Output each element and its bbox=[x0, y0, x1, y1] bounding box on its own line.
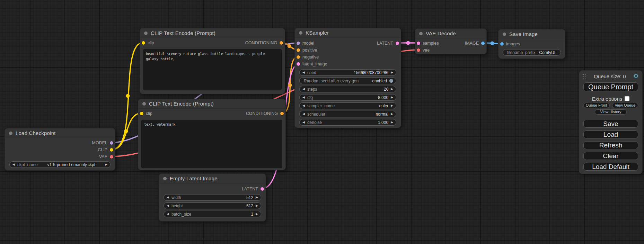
input-slot-latent-image[interactable] bbox=[297, 62, 300, 66]
increment-arrow-icon[interactable]: ▶ bbox=[256, 204, 258, 207]
slot-row: vae bbox=[415, 47, 486, 54]
view-history-button[interactable]: View History bbox=[595, 109, 627, 115]
collapse-toggle[interactable] bbox=[142, 102, 146, 106]
node-header[interactable]: VAE Decode bbox=[415, 29, 486, 38]
slot-row: MODEL bbox=[5, 139, 115, 146]
decrement-arrow-icon[interactable]: ◀ bbox=[167, 213, 169, 216]
decrement-arrow-icon[interactable]: ◀ bbox=[167, 196, 169, 199]
node-header[interactable]: KSampler bbox=[295, 28, 401, 38]
menu-drag-handle-icon[interactable] bbox=[583, 73, 586, 79]
menu-panel: Queue size: 0 ⚙ Queue Prompt Extra optio… bbox=[579, 70, 643, 174]
load-default-button[interactable]: Load Default bbox=[583, 163, 638, 171]
widget-filename-prefix[interactable]: filename_prefix ComfyUI bbox=[503, 49, 561, 56]
widget-width[interactable]: ◀ width 512 ▶ bbox=[164, 194, 261, 201]
prompt-textarea[interactable]: text, watermark bbox=[141, 120, 282, 168]
node-load-checkpoint[interactable]: Load Checkpoint MODEL CLIP VAE bbox=[5, 128, 115, 171]
slot-row: negative bbox=[295, 54, 401, 61]
input-slot-clip[interactable] bbox=[140, 112, 143, 115]
node-header[interactable]: Load Checkpoint bbox=[5, 128, 115, 138]
input-slot-images[interactable] bbox=[500, 42, 504, 46]
node-header[interactable]: CLIP Text Encode (Prompt) bbox=[140, 28, 285, 38]
history-row: View History bbox=[583, 109, 638, 115]
increment-arrow-icon[interactable]: ▶ bbox=[391, 104, 393, 107]
node-header[interactable]: Empty Latent Image bbox=[159, 174, 266, 183]
node-title: VAE Decode bbox=[426, 30, 456, 36]
input-slot-clip[interactable] bbox=[142, 41, 145, 45]
input-slot-vae[interactable] bbox=[417, 48, 420, 52]
widget-value: normal bbox=[376, 112, 388, 117]
queue-front-button[interactable]: Queue Front bbox=[583, 103, 610, 108]
widget-cfg[interactable]: ◀ cfg 8.000 ▶ bbox=[299, 94, 396, 101]
decrement-arrow-icon[interactable]: ◀ bbox=[167, 204, 169, 207]
output-label-conditioning: CONDITIONING bbox=[245, 40, 277, 45]
increment-arrow-icon[interactable]: ▶ bbox=[105, 163, 107, 166]
increment-arrow-icon[interactable]: ▶ bbox=[391, 121, 393, 124]
node-clip-text-encode-negative[interactable]: CLIP Text Encode (Prompt) clip CONDITION… bbox=[138, 99, 286, 170]
refresh-button[interactable]: Refresh bbox=[583, 141, 638, 149]
input-slot-model[interactable] bbox=[297, 42, 300, 45]
queue-prompt-button[interactable]: Queue Prompt bbox=[583, 82, 638, 91]
widget-value: euler bbox=[379, 103, 388, 108]
output-slot-latent[interactable] bbox=[261, 187, 264, 191]
output-label-vae: VAE bbox=[99, 154, 107, 159]
decrement-arrow-icon[interactable]: ◀ bbox=[302, 88, 305, 91]
output-slot-latent[interactable] bbox=[396, 42, 399, 45]
settings-gear-icon[interactable]: ⚙ bbox=[633, 73, 639, 79]
decrement-arrow-icon[interactable]: ◀ bbox=[302, 121, 305, 124]
clear-button[interactable]: Clear bbox=[583, 152, 638, 160]
node-ksampler[interactable]: KSampler model LATENT positive bbox=[294, 28, 401, 128]
widget-denoise[interactable]: ◀ denoise 1.000 ▶ bbox=[299, 119, 396, 126]
view-queue-button[interactable]: View Queue bbox=[612, 103, 638, 108]
load-button[interactable]: Load bbox=[583, 130, 638, 138]
input-slot-positive[interactable] bbox=[297, 48, 300, 52]
decrement-arrow-icon[interactable]: ◀ bbox=[302, 104, 305, 107]
decrement-arrow-icon[interactable]: ◀ bbox=[302, 112, 305, 116]
node-clip-text-encode-positive[interactable]: CLIP Text Encode (Prompt) clip CONDITION… bbox=[140, 28, 285, 94]
workflow-actions: Save Load Refresh Clear Load Default bbox=[583, 120, 638, 171]
node-header[interactable]: Save Image bbox=[499, 29, 565, 39]
widget-sampler-name[interactable]: ◀ sampler_name euler ▶ bbox=[299, 102, 396, 109]
extra-options-checkbox[interactable] bbox=[625, 96, 629, 101]
output-slot-model[interactable] bbox=[110, 141, 113, 145]
node-header[interactable]: CLIP Text Encode (Prompt) bbox=[138, 99, 285, 109]
widget-scheduler[interactable]: ◀ scheduler normal ▶ bbox=[299, 111, 396, 117]
collapse-toggle[interactable] bbox=[419, 32, 423, 35]
decrement-arrow-icon[interactable]: ◀ bbox=[302, 96, 305, 99]
prompt-textarea[interactable]: beautiful scenery nature glass bottle la… bbox=[143, 49, 282, 90]
widget-random-seed-toggle[interactable]: Random seed after every gen enabled bbox=[299, 78, 396, 84]
save-button[interactable]: Save bbox=[583, 120, 638, 128]
widget-batch-size[interactable]: ◀ batch_size 1 ▶ bbox=[164, 211, 261, 217]
output-slot-clip[interactable] bbox=[110, 148, 113, 152]
increment-arrow-icon[interactable]: ▶ bbox=[391, 96, 393, 99]
toggle-indicator[interactable] bbox=[389, 79, 393, 83]
output-slot-conditioning[interactable] bbox=[280, 112, 284, 115]
node-save-image[interactable]: Save Image images filename_prefix ComfyU… bbox=[498, 29, 565, 59]
collapse-toggle[interactable] bbox=[503, 33, 506, 36]
widget-label: height bbox=[171, 204, 183, 208]
graph-canvas[interactable]: Load Checkpoint MODEL CLIP VAE bbox=[0, 0, 644, 244]
output-label-conditioning: CONDITIONING bbox=[246, 111, 278, 116]
increment-arrow-icon[interactable]: ▶ bbox=[256, 196, 258, 199]
increment-arrow-icon[interactable]: ▶ bbox=[391, 88, 393, 91]
input-slot-negative[interactable] bbox=[297, 55, 300, 59]
collapse-toggle[interactable] bbox=[9, 132, 12, 135]
widget-seed[interactable]: ◀ seed 156680208700286 ▶ bbox=[299, 69, 396, 76]
widget-steps[interactable]: ◀ steps 20 ▶ bbox=[299, 86, 396, 92]
output-slot-vae[interactable] bbox=[110, 155, 113, 159]
increment-arrow-icon[interactable]: ▶ bbox=[391, 71, 393, 74]
output-slot-image[interactable] bbox=[481, 42, 485, 45]
collapse-toggle[interactable] bbox=[299, 31, 302, 35]
collapse-toggle[interactable] bbox=[163, 177, 167, 180]
input-slot-samples[interactable] bbox=[417, 42, 420, 45]
node-empty-latent-image[interactable]: Empty Latent Image LATENT ◀ width 512 ▶ … bbox=[159, 173, 266, 222]
widget-ckpt-name[interactable]: ◀ ckpt_name v1-5-pruned-emaonly.ckpt ▶ bbox=[9, 161, 111, 168]
widget-height[interactable]: ◀ height 512 ▶ bbox=[164, 202, 261, 209]
extra-options-row: Extra options bbox=[579, 96, 642, 101]
collapse-toggle[interactable] bbox=[144, 31, 148, 35]
decrement-arrow-icon[interactable]: ◀ bbox=[12, 163, 15, 166]
output-slot-conditioning[interactable] bbox=[280, 41, 283, 45]
increment-arrow-icon[interactable]: ▶ bbox=[391, 112, 393, 116]
increment-arrow-icon[interactable]: ▶ bbox=[256, 213, 258, 216]
decrement-arrow-icon[interactable]: ◀ bbox=[302, 71, 305, 74]
node-vae-decode[interactable]: VAE Decode samples IMAGE vae bbox=[415, 28, 487, 54]
